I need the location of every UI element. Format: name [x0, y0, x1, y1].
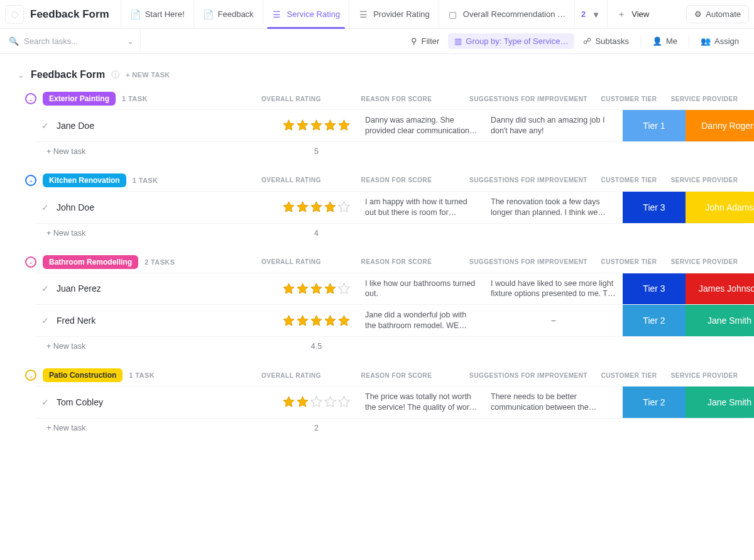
group-rating-average: 5 — [314, 147, 319, 156]
suggest-cell[interactable]: There needs to be better communication b… — [484, 387, 623, 418]
check-icon[interactable]: ✓ — [41, 202, 49, 212]
plus-icon: ＋ — [616, 9, 626, 20]
doc-icon: 📄 — [130, 9, 140, 19]
new-task-button[interactable]: + New task — [35, 229, 274, 238]
subtasks-button[interactable]: ☍ Subtasks — [577, 33, 635, 49]
table-row[interactable]: ✓Tom CobleyThe price was totally not wor… — [35, 386, 744, 419]
provider-cell[interactable]: James Johnson — [686, 273, 754, 305]
table-row[interactable]: ✓Jane DoeDanny was amazing. She provided… — [35, 109, 744, 142]
rating-cell[interactable] — [274, 273, 359, 305]
group-count: 2 TASKS — [145, 258, 175, 266]
rating-cell[interactable] — [274, 192, 359, 223]
group-icon: ▥ — [454, 36, 462, 46]
star-filled-icon — [310, 314, 323, 327]
me-filter-button[interactable]: 👤 Me — [646, 33, 684, 49]
group-footer: + New task2 — [35, 419, 744, 432]
group-kitchen: ⌄Kitchen Renovation1 TASKOVERALL RATINGR… — [10, 173, 744, 238]
separator — [689, 36, 689, 47]
col-reason: REASON FOR SCORE — [334, 96, 459, 102]
tab-service-rating[interactable]: ☰ Service Rating — [263, 0, 349, 28]
tabs-more[interactable]: 2 ▾ — [574, 0, 607, 28]
col-suggest: SUGGESTIONS FOR IMPROVEMENT — [459, 96, 598, 102]
app-logo: ◌ — [5, 5, 24, 24]
chevron-down-icon: ▾ — [591, 9, 601, 19]
tabs-more-count: 2 — [581, 9, 586, 19]
group-header: ⌄Kitchen Renovation1 TASKOVERALL RATINGR… — [10, 173, 744, 191]
chevron-down-icon[interactable]: ⌄ — [127, 36, 134, 46]
check-icon[interactable]: ✓ — [41, 283, 49, 294]
new-task-button[interactable]: + New task — [35, 147, 274, 156]
star-empty-icon — [337, 395, 351, 409]
groupby-button[interactable]: ▥ Group by: Type of Service… — [448, 33, 574, 49]
filter-button[interactable]: ⚲ Filter — [405, 33, 445, 49]
star-filled-icon — [296, 200, 309, 214]
rating-cell[interactable] — [274, 305, 359, 336]
star-filled-icon — [310, 282, 323, 295]
table-row[interactable]: ✓Juan PerezI like how our bathrooms turn… — [35, 273, 744, 305]
tier-cell[interactable]: Tier 2 — [623, 305, 686, 336]
tab-label: Start Here! — [145, 9, 185, 19]
provider-cell[interactable]: Jane Smith — [686, 305, 754, 336]
group-chip[interactable]: Patio Construction — [43, 368, 123, 382]
task-name: Tom Cobley — [57, 397, 103, 407]
reason-cell[interactable]: I am happy with how it turned out but th… — [359, 192, 484, 223]
group-chip[interactable]: Bathroom Remodelling — [43, 255, 138, 269]
suggest-cell[interactable]: Danny did such an amazing job I don't ha… — [484, 110, 623, 141]
new-task-button[interactable]: + New task — [35, 342, 274, 351]
suggest-cell[interactable]: The renovation took a few days longer th… — [484, 192, 623, 223]
tier-cell[interactable]: Tier 3 — [623, 192, 686, 223]
provider-cell[interactable]: Danny Rogers — [686, 110, 754, 141]
tab-label: View — [631, 9, 649, 19]
task-name-cell: ✓Jane Doe — [35, 110, 274, 141]
tab-provider-rating[interactable]: ☰ Provider Rating — [349, 0, 439, 28]
group-footer: + New task4 — [35, 224, 744, 238]
reason-cell[interactable]: I like how our bathrooms turned out. — [359, 273, 484, 305]
tier-cell[interactable]: Tier 2 — [623, 387, 686, 418]
tab-feedback[interactable]: 📄 Feedback — [194, 0, 263, 28]
star-filled-icon — [296, 314, 309, 327]
group-footer: + New task4.5 — [35, 337, 744, 351]
check-icon[interactable]: ✓ — [41, 316, 49, 326]
filter-label: Filter — [421, 36, 439, 46]
star-filled-icon — [296, 395, 309, 409]
check-icon[interactable]: ✓ — [41, 121, 49, 131]
automate-button[interactable]: ⚙ Automate — [686, 5, 749, 23]
reason-cell[interactable]: The price was totally not worth the serv… — [359, 387, 484, 418]
reason-cell[interactable]: Jane did a wonderful job with the bathro… — [359, 305, 484, 336]
group-collapse-toggle[interactable]: ⌄ — [25, 93, 36, 104]
robot-icon: ⚙ — [694, 9, 702, 19]
search-input[interactable] — [24, 36, 112, 46]
star-filled-icon — [282, 119, 295, 132]
new-task-header-button[interactable]: + NEW TASK — [126, 71, 170, 79]
provider-cell[interactable]: John Adams — [686, 192, 754, 223]
list-icon: ☰ — [272, 9, 282, 19]
group-collapse-toggle[interactable]: ⌄ — [25, 370, 36, 381]
group-count: 1 TASK — [122, 95, 148, 102]
table-row[interactable]: ✓John DoeI am happy with how it turned o… — [35, 191, 744, 224]
group-chip[interactable]: Kitchen Renovation — [43, 173, 126, 187]
tab-start-here[interactable]: 📄 Start Here! — [121, 0, 194, 28]
group-chip[interactable]: Exterior Painting — [43, 92, 116, 106]
check-icon[interactable]: ✓ — [41, 397, 49, 407]
tab-label: Service Rating — [287, 9, 341, 19]
new-task-button[interactable]: + New task — [35, 424, 274, 432]
assignee-button[interactable]: 👥 Assign — [694, 33, 745, 49]
tier-cell[interactable]: Tier 1 — [623, 110, 686, 141]
tab-add-view[interactable]: ＋ View — [607, 0, 658, 28]
tab-label: Feedback — [218, 9, 254, 19]
suggest-cell[interactable]: I would have liked to see more light fix… — [484, 273, 623, 305]
star-filled-icon — [324, 314, 337, 327]
suggest-cell[interactable]: – — [484, 305, 623, 336]
group-collapse-toggle[interactable]: ⌄ — [25, 256, 36, 268]
info-icon[interactable]: ⓘ — [111, 69, 119, 80]
tier-cell[interactable]: Tier 3 — [623, 273, 686, 305]
reason-cell[interactable]: Danny was amazing. She provided clear co… — [359, 110, 484, 141]
table-row[interactable]: ✓Fred NerkJane did a wonderful job with … — [35, 305, 744, 337]
rating-cell[interactable] — [274, 110, 359, 141]
provider-cell[interactable]: Jane Smith — [686, 387, 754, 418]
rating-cell[interactable] — [274, 387, 359, 418]
assignee-label: Assign — [714, 36, 739, 46]
collapse-icon[interactable]: ⌄ — [18, 70, 25, 80]
tab-overall-recommendation[interactable]: ▢ Overall Recommendation … — [439, 0, 574, 28]
group-collapse-toggle[interactable]: ⌄ — [25, 175, 36, 186]
